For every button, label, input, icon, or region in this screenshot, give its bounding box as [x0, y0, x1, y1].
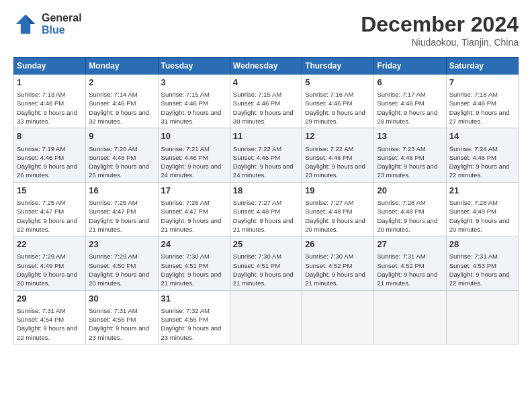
- day-number: 31: [161, 293, 227, 305]
- day-number: 4: [233, 77, 299, 89]
- sunrise-text: Sunrise: 7:20 AM: [89, 145, 137, 152]
- sunset-text: Sunset: 4:46 PM: [305, 99, 352, 107]
- sunrise-text: Sunrise: 7:30 AM: [305, 253, 353, 260]
- day-number: 23: [89, 238, 154, 250]
- col-header-wednesday: Wednesday: [230, 58, 302, 75]
- day-number: 9: [89, 130, 154, 142]
- sunset-text: Sunset: 4:46 PM: [161, 99, 208, 107]
- calendar-week-2: 8Sunrise: 7:19 AMSunset: 4:46 PMDaylight…: [14, 128, 519, 182]
- daylight-text: Daylight: 9 hours and 20 minutes.: [377, 217, 437, 233]
- sunrise-text: Sunrise: 7:29 AM: [17, 253, 65, 260]
- daylight-text: Daylight: 9 hours and 24 minutes.: [161, 163, 222, 179]
- daylight-text: Daylight: 9 hours and 32 minutes.: [89, 109, 149, 125]
- daylight-text: Daylight: 9 hours and 21 minutes.: [161, 271, 222, 287]
- calendar-cell: 6Sunrise: 7:17 AMSunset: 4:46 PMDaylight…: [374, 75, 446, 128]
- calendar-week-3: 15Sunrise: 7:25 AMSunset: 4:47 PMDayligh…: [14, 182, 519, 236]
- calendar-cell: 20Sunrise: 7:28 AMSunset: 4:48 PMDayligh…: [374, 182, 446, 236]
- sunset-text: Sunset: 4:46 PM: [233, 154, 280, 161]
- day-number: 18: [233, 185, 299, 197]
- sunset-text: Sunset: 4:54 PM: [17, 316, 64, 323]
- sunset-text: Sunset: 4:46 PM: [161, 154, 208, 161]
- day-number: 19: [305, 185, 371, 197]
- calendar-cell: 25Sunrise: 7:30 AMSunset: 4:51 PMDayligh…: [230, 236, 302, 290]
- calendar-cell: [446, 290, 518, 344]
- sunset-text: Sunset: 4:53 PM: [449, 262, 496, 269]
- sunset-text: Sunset: 4:48 PM: [233, 208, 280, 215]
- calendar-cell: [374, 290, 446, 344]
- sunset-text: Sunset: 4:55 PM: [89, 316, 136, 323]
- daylight-text: Daylight: 9 hours and 30 minutes.: [233, 109, 294, 125]
- calendar-cell: 23Sunrise: 7:29 AMSunset: 4:50 PMDayligh…: [86, 236, 158, 290]
- sunset-text: Sunset: 4:46 PM: [305, 154, 352, 161]
- sunrise-text: Sunrise: 7:28 AM: [449, 199, 498, 206]
- sunrise-text: Sunrise: 7:30 AM: [233, 253, 281, 260]
- calendar-cell: 2Sunrise: 7:14 AMSunset: 4:46 PMDaylight…: [86, 75, 158, 128]
- sunset-text: Sunset: 4:51 PM: [233, 262, 280, 269]
- day-number: 3: [161, 77, 227, 89]
- calendar-cell: 11Sunrise: 7:22 AMSunset: 4:46 PMDayligh…: [230, 128, 302, 182]
- logo-general: General: [42, 12, 82, 24]
- calendar-cell: 21Sunrise: 7:28 AMSunset: 4:49 PMDayligh…: [446, 182, 518, 236]
- sunset-text: Sunset: 4:47 PM: [161, 208, 208, 215]
- logo-icon: [13, 12, 38, 36]
- day-number: 15: [17, 185, 83, 197]
- daylight-text: Daylight: 9 hours and 21 minutes.: [161, 217, 222, 233]
- calendar-cell: 10Sunrise: 7:21 AMSunset: 4:46 PMDayligh…: [158, 128, 230, 182]
- calendar-cell: 7Sunrise: 7:18 AMSunset: 4:46 PMDaylight…: [446, 75, 518, 128]
- col-header-saturday: Saturday: [446, 58, 518, 75]
- day-number: 12: [305, 130, 371, 142]
- daylight-text: Daylight: 9 hours and 21 minutes.: [305, 271, 365, 287]
- daylight-text: Daylight: 9 hours and 28 minutes.: [377, 109, 437, 125]
- day-number: 24: [161, 238, 227, 250]
- daylight-text: Daylight: 9 hours and 20 minutes.: [305, 217, 365, 233]
- calendar-cell: [230, 290, 302, 344]
- calendar-cell: 17Sunrise: 7:26 AMSunset: 4:47 PMDayligh…: [158, 182, 230, 236]
- sunset-text: Sunset: 4:51 PM: [161, 262, 208, 269]
- sunset-text: Sunset: 4:46 PM: [233, 99, 280, 107]
- sunrise-text: Sunrise: 7:27 AM: [305, 199, 353, 206]
- day-number: 11: [233, 130, 299, 142]
- day-number: 21: [449, 185, 515, 197]
- day-number: 6: [377, 77, 443, 89]
- sunrise-text: Sunrise: 7:19 AM: [17, 145, 65, 152]
- daylight-text: Daylight: 9 hours and 20 minutes.: [449, 217, 510, 233]
- sunset-text: Sunset: 4:48 PM: [377, 208, 424, 215]
- sunrise-text: Sunrise: 7:32 AM: [161, 307, 210, 314]
- daylight-text: Daylight: 9 hours and 22 minutes.: [449, 163, 510, 179]
- calendar-cell: 8Sunrise: 7:19 AMSunset: 4:46 PMDaylight…: [14, 128, 86, 182]
- sunset-text: Sunset: 4:46 PM: [377, 99, 424, 107]
- day-number: 17: [161, 185, 227, 197]
- calendar-cell: 26Sunrise: 7:30 AMSunset: 4:52 PMDayligh…: [302, 236, 374, 290]
- sunrise-text: Sunrise: 7:14 AM: [89, 91, 137, 98]
- sunrise-text: Sunrise: 7:26 AM: [161, 199, 210, 206]
- sunset-text: Sunset: 4:52 PM: [305, 262, 352, 269]
- sunset-text: Sunset: 4:46 PM: [89, 99, 136, 107]
- logo-text: General Blue: [42, 12, 82, 36]
- sunrise-text: Sunrise: 7:23 AM: [377, 145, 425, 152]
- day-number: 8: [17, 130, 83, 142]
- daylight-text: Daylight: 9 hours and 26 minutes.: [17, 163, 77, 179]
- calendar-table: SundayMondayTuesdayWednesdayThursdayFrid…: [13, 57, 519, 345]
- calendar-cell: 28Sunrise: 7:31 AMSunset: 4:53 PMDayligh…: [446, 236, 518, 290]
- daylight-text: Daylight: 9 hours and 29 minutes.: [305, 109, 365, 125]
- sunrise-text: Sunrise: 7:22 AM: [233, 145, 281, 152]
- day-number: 25: [233, 238, 299, 250]
- daylight-text: Daylight: 9 hours and 23 minutes.: [305, 163, 365, 179]
- calendar-cell: 24Sunrise: 7:30 AMSunset: 4:51 PMDayligh…: [158, 236, 230, 290]
- daylight-text: Daylight: 9 hours and 23 minutes.: [89, 324, 149, 340]
- sunset-text: Sunset: 4:46 PM: [89, 154, 136, 161]
- calendar-cell: 27Sunrise: 7:31 AMSunset: 4:52 PMDayligh…: [374, 236, 446, 290]
- calendar-cell: 3Sunrise: 7:15 AMSunset: 4:46 PMDaylight…: [158, 75, 230, 128]
- daylight-text: Daylight: 9 hours and 20 minutes.: [17, 271, 77, 287]
- sunset-text: Sunset: 4:48 PM: [305, 208, 352, 215]
- day-number: 13: [377, 130, 443, 142]
- sunrise-text: Sunrise: 7:25 AM: [17, 199, 65, 206]
- sunrise-text: Sunrise: 7:28 AM: [377, 199, 425, 206]
- location: Niudaokou, Tianjin, China: [361, 37, 519, 48]
- sunrise-text: Sunrise: 7:31 AM: [89, 307, 137, 314]
- calendar-cell: 31Sunrise: 7:32 AMSunset: 4:55 PMDayligh…: [158, 290, 230, 344]
- logo: General Blue: [13, 12, 82, 36]
- sunset-text: Sunset: 4:46 PM: [17, 99, 64, 107]
- sunset-text: Sunset: 4:47 PM: [17, 208, 64, 215]
- daylight-text: Daylight: 9 hours and 22 minutes.: [17, 217, 77, 233]
